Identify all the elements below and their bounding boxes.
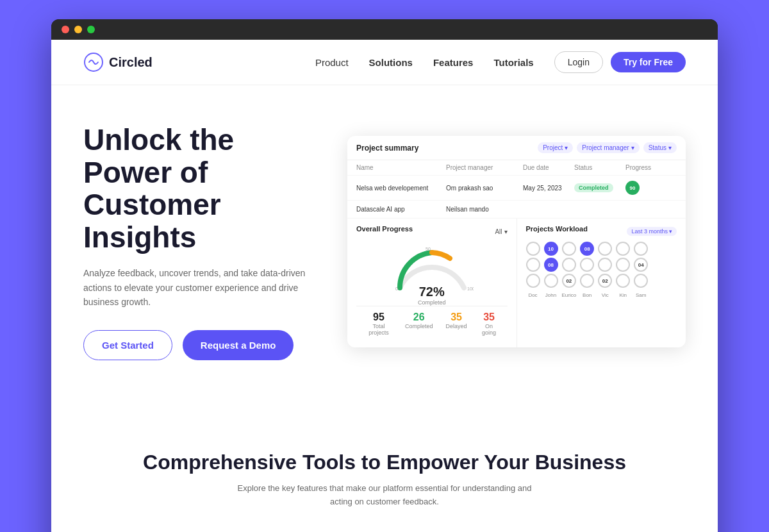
- tools-section: Comprehensive Tools to Empower Your Busi…: [51, 411, 718, 532]
- workload-dot: [562, 258, 576, 272]
- workload-dot: 02: [562, 274, 576, 288]
- filter-manager[interactable]: Project manager ▾: [577, 142, 639, 153]
- workload-dot: 04: [634, 258, 648, 272]
- gauge-chart: 0 100 50: [390, 243, 474, 291]
- nav-product[interactable]: Product: [315, 57, 349, 68]
- gauge-label: 72% Completed: [418, 285, 446, 306]
- hero-subtitle: Analyze feedback, uncover trends, and ta…: [83, 266, 309, 309]
- workload-dot: [544, 274, 558, 288]
- workload-col: 08 Bon: [580, 242, 594, 298]
- try-button[interactable]: Try for Free: [611, 52, 686, 72]
- login-button[interactable]: Login: [554, 51, 603, 73]
- all-dropdown[interactable]: All ▾: [495, 228, 507, 235]
- dashboard-panels: Overall Progress All ▾: [347, 219, 686, 347]
- browser-titlebar: [51, 19, 718, 40]
- logo-icon: [83, 52, 104, 72]
- browser-window: Circled Product Solutions Features Tutor…: [51, 19, 718, 532]
- card-title: Project summary: [356, 144, 418, 153]
- workload-dot: [616, 274, 630, 288]
- nav-solutions[interactable]: Solutions: [369, 57, 413, 68]
- stats-row: 95 Total projects 26 Completed 35 Delaye…: [356, 306, 508, 341]
- svg-text:0: 0: [395, 287, 398, 291]
- card-header: Project summary Project ▾ Project manage…: [347, 136, 686, 160]
- navbar: Circled Product Solutions Features Tutor…: [51, 40, 718, 85]
- workload-filter[interactable]: Last 3 months ▾: [627, 227, 677, 236]
- minimize-dot[interactable]: [74, 26, 82, 33]
- panel-left-header: Overall Progress All ▾: [356, 225, 508, 238]
- workload-dot: [526, 242, 540, 256]
- hero-section: Unlock the Power of Customer Insights An…: [51, 85, 718, 411]
- svg-text:50: 50: [426, 247, 431, 251]
- workload-col: 02 Eurico: [562, 242, 577, 298]
- workload-dot: [580, 258, 594, 272]
- browser-content: Circled Product Solutions Features Tutor…: [51, 40, 718, 532]
- workload-dot: 10: [544, 242, 558, 256]
- nav-links: Product Solutions Features Tutorials: [315, 57, 534, 68]
- svg-text:100: 100: [467, 287, 474, 291]
- dashboard-card: Project summary Project ▾ Project manage…: [347, 136, 686, 347]
- stat-completed: 26 Completed: [405, 312, 433, 336]
- table-header: Name Project manager Due date Status Pro…: [347, 160, 686, 176]
- hero-right: Project summary Project ▾ Project manage…: [347, 136, 686, 347]
- workload-dot: [526, 258, 540, 272]
- logo-text: Circled: [109, 55, 153, 70]
- table-row: Datascale AI app Neilsan mando: [347, 201, 686, 219]
- workload-dot: 08: [580, 242, 594, 256]
- nav-tutorials[interactable]: Tutorials: [493, 57, 533, 68]
- workload-dot: [526, 274, 540, 288]
- workload-dot: 08: [544, 258, 558, 272]
- workload-dot: [598, 258, 612, 272]
- gauge-container: 0 100 50 72% Completed: [356, 243, 508, 306]
- hero-left: Unlock the Power of Customer Insights An…: [83, 124, 309, 360]
- workload-dot: [634, 242, 648, 256]
- workload-col: 02 Vic: [598, 242, 612, 298]
- panel-overall-progress: Overall Progress All ▾: [347, 219, 517, 347]
- stat-total: 95 Total projects: [365, 312, 392, 336]
- hero-buttons: Get Started Request a Demo: [83, 330, 309, 360]
- nav-features[interactable]: Features: [433, 57, 474, 68]
- hero-title: Unlock the Power of Customer Insights: [83, 124, 309, 253]
- tools-subtitle: Explore the key features that make our p…: [237, 482, 532, 509]
- logo[interactable]: Circled: [83, 52, 153, 72]
- nav-buttons: Login Try for Free: [554, 51, 686, 73]
- workload-col: Doc: [526, 242, 540, 298]
- workload-dot: [562, 242, 576, 256]
- workload-col: Kin: [616, 242, 630, 298]
- stat-delayed: 35 Delayed: [446, 312, 467, 336]
- maximize-dot[interactable]: [87, 26, 95, 33]
- close-dot[interactable]: [62, 26, 69, 33]
- panel-workload: Projects Workload Last 3 months ▾: [517, 219, 686, 347]
- stat-ongoing: 35 On going: [480, 312, 499, 336]
- workload-dot: 02: [598, 274, 612, 288]
- workload-dot: [616, 258, 630, 272]
- workload-dot: [634, 274, 648, 288]
- panel-right-header: Projects Workload Last 3 months ▾: [526, 225, 677, 238]
- workload-dot: [616, 242, 630, 256]
- demo-button[interactable]: Request a Demo: [183, 330, 294, 360]
- workload-dot: [598, 242, 612, 256]
- workload-chart: Doc 10 08 John: [526, 243, 677, 301]
- card-filters: Project ▾ Project manager ▾ Status ▾: [538, 142, 677, 153]
- tools-title: Comprehensive Tools to Empower Your Busi…: [83, 450, 686, 474]
- workload-col: 10 08 John: [544, 242, 558, 298]
- workload-col: 04 Sam: [634, 242, 648, 298]
- get-started-button[interactable]: Get Started: [83, 330, 172, 360]
- filter-status[interactable]: Status ▾: [643, 142, 677, 153]
- table-row: Nelsa web developement Om prakash sao Ma…: [347, 176, 686, 201]
- filter-project[interactable]: Project ▾: [538, 142, 573, 153]
- workload-dot: [580, 274, 594, 288]
